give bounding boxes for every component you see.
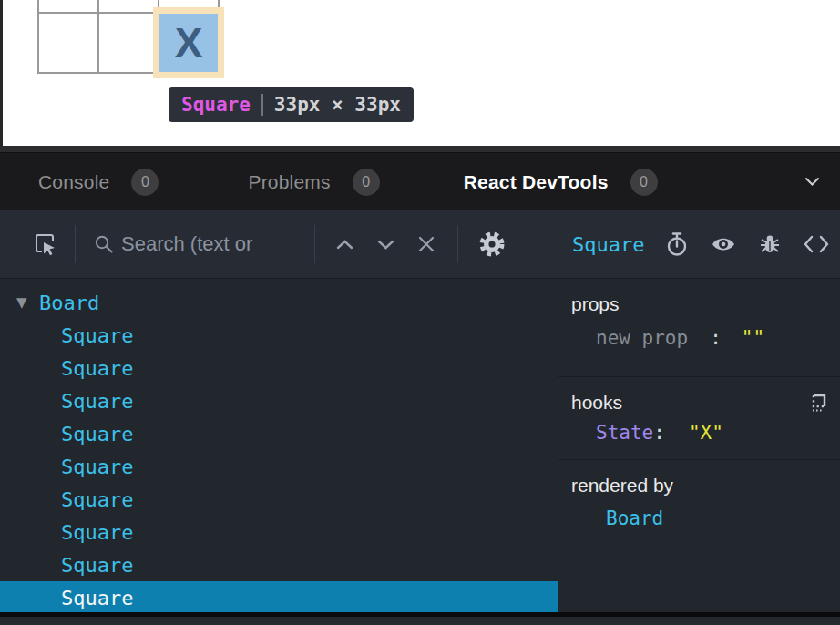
tab-react-devtools[interactable]: React DevTools 0: [464, 169, 658, 196]
element-size-tooltip: Square 33px × 33px: [169, 87, 414, 122]
new-prop-input[interactable]: new prop: [596, 327, 688, 349]
props-title: props: [571, 293, 831, 315]
tree-expander-icon[interactable]: ▼: [16, 294, 31, 311]
tree-row-square[interactable]: Square: [0, 384, 558, 417]
tab-problems-badge: 0: [353, 169, 380, 196]
component-details: props new prop : "" hooks: [558, 279, 840, 612]
tooltip-divider: [261, 94, 263, 116]
tree-row-square[interactable]: Square: [0, 319, 558, 352]
tree-row-square-selected[interactable]: Square: [0, 581, 558, 612]
tab-console-badge: 0: [131, 169, 159, 196]
tree-row-square[interactable]: Square: [0, 352, 558, 384]
tree-row-label: Square: [61, 423, 133, 446]
tree-row-label: Square: [61, 587, 133, 610]
settings-gear-icon[interactable]: [478, 231, 506, 258]
component-tree: ▼ Board Square Square Square Square Squa…: [0, 279, 558, 612]
tab-problems[interactable]: Problems 0: [248, 169, 379, 196]
selected-component-title: Square: [572, 233, 644, 256]
inspected-page: X Square 33px × 33px: [0, 0, 840, 146]
search-input[interactable]: [121, 232, 314, 256]
tree-row-square[interactable]: Square: [0, 450, 558, 483]
tab-chevron-down-icon[interactable]: [799, 171, 825, 192]
hook-separator: :: [653, 422, 665, 444]
tree-row-label: Square: [61, 488, 133, 511]
tree-row-square[interactable]: Square: [0, 417, 558, 450]
parse-hooks-icon[interactable]: [807, 392, 829, 414]
inspect-dom-eye-icon[interactable]: [711, 234, 736, 254]
tab-problems-label: Problems: [248, 171, 330, 193]
tab-react-devtools-badge: 0: [630, 169, 658, 196]
devtools-main: ▼ Board Square Square Square Square Squa…: [0, 279, 840, 612]
hooks-title: hooks: [571, 392, 622, 414]
hooks-section: hooks State: "X": [558, 377, 840, 460]
board-cell[interactable]: [38, 0, 98, 13]
tree-row-label: Square: [61, 456, 133, 478]
suspense-stopwatch-icon[interactable]: [665, 231, 689, 257]
debug-bug-icon[interactable]: [758, 232, 782, 256]
bottom-strip: [0, 617, 840, 625]
hook-name: State: [596, 422, 653, 444]
clear-search-icon[interactable]: [414, 236, 439, 252]
prev-result-chevron-icon[interactable]: [332, 240, 357, 250]
view-source-code-icon[interactable]: [804, 234, 829, 254]
tree-row-board[interactable]: ▼ Board: [0, 286, 558, 319]
toolbar-divider: [457, 225, 458, 263]
props-section: props new prop : "": [558, 279, 840, 377]
next-result-chevron-icon[interactable]: [373, 240, 398, 250]
devtools-tab-bar: Console 0 Problems 0 React DevTools 0: [0, 153, 840, 210]
rendered-by-section: rendered by Board: [558, 460, 840, 612]
board-cell-highlighted[interactable]: X: [159, 13, 219, 73]
board-cell[interactable]: [98, 13, 159, 73]
tic-tac-toe-board: X: [37, 0, 220, 74]
highlight-content-overlay: X: [159, 14, 218, 72]
page-left-border: [0, 0, 3, 146]
tree-row-label: Board: [39, 292, 99, 314]
tree-row-label: Square: [61, 521, 133, 544]
devtools-top-edge: [0, 146, 840, 153]
hook-value-input[interactable]: "X": [689, 422, 723, 444]
tree-row-label: Square: [61, 357, 133, 380]
prop-separator: :: [710, 327, 722, 349]
devtools-toolbar: Square: [0, 210, 840, 279]
toolbar-divider: [314, 225, 315, 263]
toolbar-divider: [75, 225, 76, 263]
inspect-element-icon[interactable]: [26, 231, 64, 257]
tab-console[interactable]: Console 0: [38, 169, 159, 196]
tree-row-label: Square: [61, 554, 133, 577]
tree-row-square[interactable]: Square: [0, 516, 558, 548]
tree-row-label: Square: [61, 390, 133, 413]
tree-row-square[interactable]: Square: [0, 548, 558, 581]
new-prop-value-input[interactable]: "": [742, 327, 764, 349]
tree-toolbar: [0, 210, 558, 278]
board-cell[interactable]: [98, 0, 159, 13]
tree-row-square[interactable]: Square: [0, 483, 558, 516]
tab-react-devtools-label: React DevTools: [464, 171, 609, 193]
details-header: Square: [558, 210, 840, 278]
tooltip-component-name: Square: [181, 94, 251, 116]
search-icon: [94, 234, 114, 254]
rendered-by-title: rendered by: [571, 475, 831, 497]
devtools-screen: X Square 33px × 33px Console 0 Problems …: [0, 0, 840, 625]
rendered-by-owner-link[interactable]: Board: [606, 507, 663, 529]
tree-row-label: Square: [61, 324, 133, 347]
tab-console-label: Console: [38, 171, 109, 193]
board-cell[interactable]: [38, 13, 98, 73]
tooltip-dimensions: 33px × 33px: [274, 94, 401, 116]
